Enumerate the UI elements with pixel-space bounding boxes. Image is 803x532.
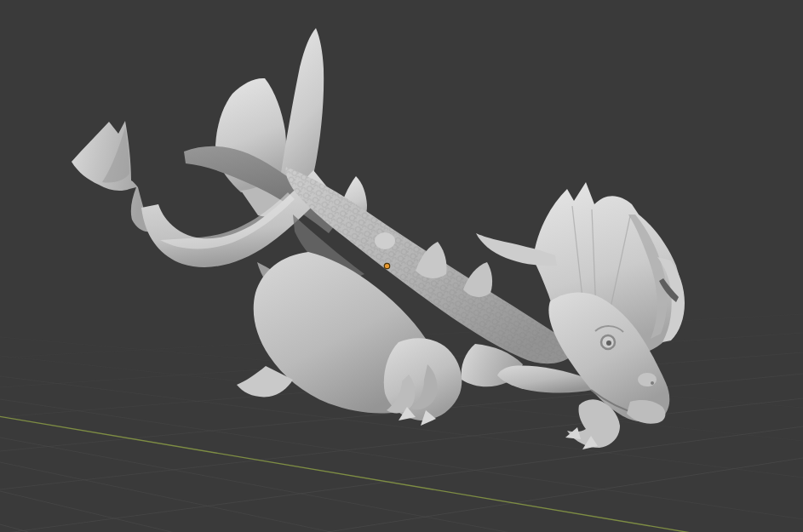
object-origin-dot[interactable]: [384, 263, 389, 268]
eye-pupil: [606, 340, 611, 346]
dorsal-knob: [375, 232, 395, 249]
nose-bump: [638, 373, 657, 386]
nostril: [651, 381, 654, 385]
viewport-3d[interactable]: [0, 0, 803, 532]
